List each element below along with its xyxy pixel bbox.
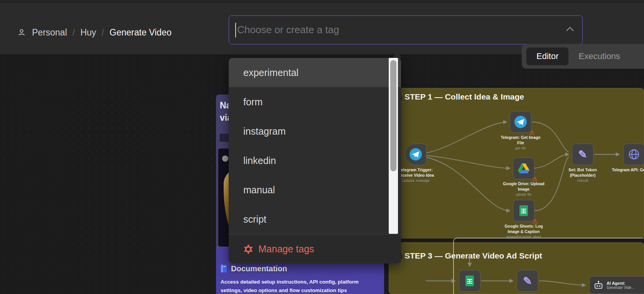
node-google-sheets-log[interactable]: ⚠ Google Sheets: Log Image & Caption app… bbox=[513, 200, 534, 221]
manage-tags-button[interactable]: Manage tags bbox=[229, 234, 401, 264]
pencil-icon: ✎ bbox=[578, 148, 587, 161]
warning-icon: ⚠ bbox=[533, 218, 538, 224]
tag-option-script[interactable]: script bbox=[229, 204, 401, 234]
node-sublabel: get: file bbox=[497, 146, 544, 150]
globe-icon bbox=[628, 149, 640, 160]
manage-tags-label: Manage tags bbox=[258, 243, 314, 255]
breadcrumb-separator: / bbox=[101, 27, 104, 38]
tag-input-placeholder: Choose or create a tag bbox=[237, 24, 339, 36]
tag-option-instagram[interactable]: instagram bbox=[229, 117, 401, 146]
telegram-icon bbox=[409, 148, 422, 161]
warning-icon: ⚠ bbox=[533, 176, 538, 182]
tag-option-linkedin[interactable]: linkedin bbox=[229, 146, 401, 175]
agent-sublabel: Generate Vide… bbox=[607, 286, 635, 290]
google-sheets-icon bbox=[519, 205, 528, 216]
node-label: Google Drive: Upload Image bbox=[501, 181, 547, 192]
node-step3-google-sheets[interactable] bbox=[459, 270, 480, 292]
robot-icon bbox=[593, 280, 604, 290]
app-window: Na via Documentation Access detailed set… bbox=[0, 0, 644, 294]
warning-icon: ⚠ bbox=[529, 130, 534, 135]
node-ai-agent[interactable]: AI Agent: Generate Vide… bbox=[589, 276, 644, 294]
node-google-drive-upload[interactable]: ⚠ Google Drive: Upload Image upload: fil… bbox=[513, 157, 534, 179]
breadcrumb-separator: / bbox=[72, 27, 75, 38]
pencil-icon: ✎ bbox=[523, 275, 532, 287]
node-label: Telegram: Get Image File bbox=[497, 135, 544, 145]
tag-search-input[interactable]: Choose or create a tag bbox=[229, 15, 583, 44]
google-sheets-icon bbox=[465, 275, 474, 287]
doc-line2: settings, video options and flow customi… bbox=[221, 287, 347, 293]
tag-option-experimental[interactable]: experimental bbox=[229, 58, 401, 87]
tab-executions[interactable]: Executions bbox=[568, 47, 630, 65]
telegram-icon bbox=[514, 115, 527, 128]
breadcrumb-workflow-name[interactable]: Generate Video bbox=[110, 27, 172, 38]
node-sublabel: appendOrUpdate: sheet bbox=[501, 235, 547, 239]
dropdown-scrollbar-track bbox=[389, 58, 398, 234]
tab-editor[interactable]: Editor bbox=[526, 47, 568, 65]
node-label: Set: Bot Token (Placeholder) bbox=[560, 167, 606, 178]
node-label: Telegram API: Get URL bbox=[611, 167, 644, 173]
doc-title: Documentation bbox=[231, 264, 287, 273]
doc-line1: Access detailed setup instructions, API … bbox=[221, 279, 359, 285]
gear-icon bbox=[243, 244, 253, 254]
breadcrumb: Personal / Huy / Generate Video bbox=[17, 27, 172, 38]
node-step3-set[interactable]: ✎ bbox=[517, 270, 538, 292]
google-drive-icon bbox=[518, 163, 529, 174]
node-sublabel: manual bbox=[560, 179, 606, 182]
node-set-bot-token[interactable]: ✎ Set: Bot Token (Placeholder) manual bbox=[572, 144, 593, 165]
text-cursor bbox=[235, 23, 236, 37]
tag-option-form[interactable]: form bbox=[229, 87, 401, 117]
step3-title: STEP 3 — Generate Video Ad Script bbox=[405, 251, 542, 260]
node-telegram-trigger[interactable]: Telegram Trigger: Receive Video Idea Upd… bbox=[405, 144, 427, 165]
breadcrumb-workspace[interactable]: Personal bbox=[32, 27, 67, 38]
step1-title: STEP 1 — Collect Idea & Image bbox=[405, 92, 524, 101]
person-icon bbox=[17, 28, 26, 37]
node-telegram-get-image-file[interactable]: ⚠ Telegram: Get Image File get: file bbox=[510, 111, 531, 133]
image-dot bbox=[222, 155, 228, 162]
chevron-up-icon[interactable] bbox=[565, 26, 575, 34]
tag-option-manual[interactable]: manual bbox=[229, 175, 401, 204]
view-tabs: Editor Executions bbox=[522, 44, 644, 69]
topbar-strip bbox=[0, 0, 644, 3]
dropdown-scrollbar-thumb[interactable] bbox=[390, 60, 396, 171]
node-sublabel: upload: file bbox=[501, 193, 547, 196]
node-label: Google Sheets: Log Image & Caption bbox=[501, 224, 547, 234]
agent-label: AI Agent: bbox=[607, 281, 635, 286]
tag-dropdown-menu: experimental form instagram linkedin man… bbox=[229, 58, 401, 264]
node-telegram-api-get-url[interactable]: Telegram API: Get URL bbox=[623, 144, 644, 165]
book-icon bbox=[221, 265, 227, 273]
breadcrumb-project[interactable]: Huy bbox=[80, 27, 96, 38]
